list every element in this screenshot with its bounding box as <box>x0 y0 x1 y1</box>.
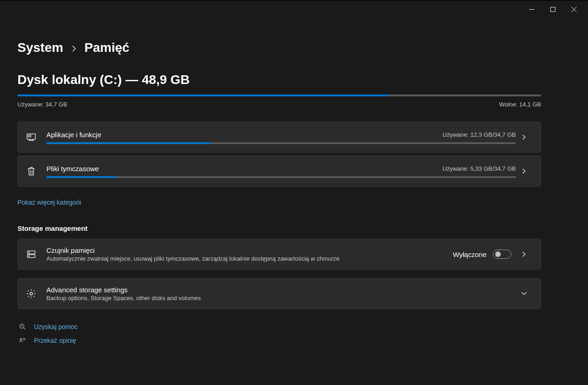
disk-used-label: Używane: 34,7 GB <box>17 101 67 108</box>
disk-usage-bar <box>17 95 541 96</box>
category-bar <box>46 176 516 178</box>
category-bar <box>46 142 516 144</box>
storage-sense-subtitle: Automatycznie zwalniaj miejsce, usuwaj p… <box>46 255 453 262</box>
chevron-right-icon <box>516 168 532 174</box>
category-title: Aplikacje i funkcje <box>46 131 101 139</box>
disk-usage-fill <box>17 95 389 96</box>
gear-icon <box>26 289 46 299</box>
category-title: Pliki tymczasowe <box>46 165 99 173</box>
category-usage: Używane: 12,3 GB/34,7 GB <box>442 131 516 138</box>
storage-sense-card[interactable]: Czujnik pamięci Automatycznie zwalniaj m… <box>17 239 541 270</box>
advanced-storage-card[interactable]: Advanced storage settings Backup options… <box>17 278 541 309</box>
trash-icon <box>26 166 46 176</box>
close-button[interactable] <box>563 2 584 17</box>
category-card-apps[interactable]: Aplikacje i funkcje Używane: 12,3 GB/34,… <box>17 122 541 153</box>
svg-text:?: ? <box>21 325 23 328</box>
maximize-button[interactable] <box>542 2 563 17</box>
category-card-temp[interactable]: Pliki tymczasowe Używane: 5,33 GB/34,7 G… <box>17 156 541 187</box>
breadcrumb-current: Pamięć <box>85 40 130 55</box>
close-icon <box>571 7 577 12</box>
svg-point-15 <box>30 292 33 295</box>
advanced-storage-title: Advanced storage settings <box>46 286 516 294</box>
svg-rect-1 <box>550 7 555 11</box>
maximize-icon <box>550 7 555 12</box>
advanced-storage-subtitle: Backup options, Storage Spaces, other di… <box>46 295 516 301</box>
feedback-link[interactable]: Przekaż opinię <box>17 337 571 344</box>
storage-sense-toggle[interactable] <box>493 250 511 259</box>
apps-icon <box>26 132 46 142</box>
minimize-button[interactable] <box>521 2 542 17</box>
titlebar <box>0 0 588 17</box>
category-usage: Używane: 5,33 GB/34,7 GB <box>442 165 516 172</box>
svg-point-13 <box>29 252 29 252</box>
disk-free-label: Wolne: 14,1 GB <box>499 101 541 108</box>
chevron-right-icon <box>516 134 532 140</box>
svg-point-19 <box>20 338 22 340</box>
svg-point-14 <box>29 256 29 256</box>
chevron-down-icon <box>516 292 532 296</box>
show-more-categories-link[interactable]: Pokaż więcej kategorii <box>17 199 81 206</box>
help-link[interactable]: ? Uzyskaj pomoc <box>17 323 571 330</box>
svg-line-17 <box>23 328 25 329</box>
breadcrumb-root[interactable]: System <box>17 40 63 55</box>
toggle-state-label: Wyłączone <box>453 251 486 258</box>
disk-title: Dysk lokalny (C:) — 48,9 GB <box>17 73 571 87</box>
svg-rect-5 <box>28 135 31 137</box>
chevron-right-icon <box>72 45 76 52</box>
minimize-icon <box>529 7 534 12</box>
feedback-icon <box>17 337 28 344</box>
breadcrumb: System Pamięć <box>17 40 571 55</box>
chevron-right-icon <box>516 251 532 257</box>
section-header-management: Storage management <box>17 224 571 232</box>
help-icon: ? <box>17 323 28 330</box>
storage-icon <box>26 249 46 259</box>
storage-sense-title: Czujnik pamięci <box>46 246 453 254</box>
